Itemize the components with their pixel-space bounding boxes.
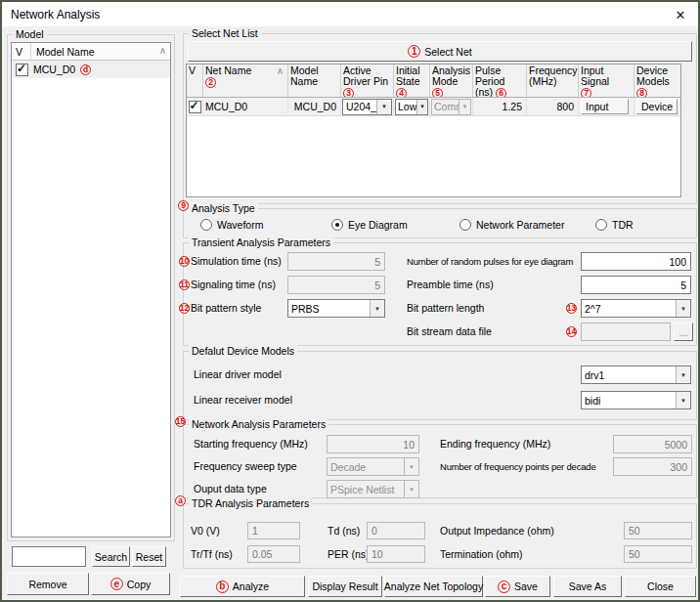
header-net-name[interactable]: Net Name ∧ 2 [203,64,288,97]
starting-frequency-field: 10 [327,435,419,453]
starting-frequency-label: Starting frequency (MHz) [194,439,308,450]
sort-asc-icon[interactable]: ∧ [159,45,166,56]
header-check[interactable]: V [187,64,203,97]
per-field: 10 [367,545,425,563]
input-signal-cell: Input [579,98,634,115]
chevron-down-icon: ▼ [459,100,470,114]
select-net-list-label: Select Net List [189,27,261,39]
model-row-checkbox[interactable]: ✓ [16,64,28,76]
chevron-down-icon: ▼ [676,366,690,383]
device-models-group-label: Defalut Device Models [189,345,297,357]
net-table: V Net Name ∧ 2 Model Name Active Driver … [186,64,681,197]
chevron-down-icon: ▼ [416,100,427,114]
tdr-group-label: TDR Analysis Parameters [189,497,312,509]
net-row-check-cell: ✓ [187,98,203,115]
annotation-a: a [175,495,186,506]
header-pulse-period[interactable]: Pulse Period (ns) 6 [473,64,527,97]
chevron-down-icon: ▼ [676,300,690,317]
search-button[interactable]: Search [92,546,130,567]
search-input[interactable] [12,546,86,567]
check-icon: ✓ [17,62,26,75]
preamble-time-field[interactable]: 5 [581,276,691,294]
reset-button[interactable]: Reset [132,546,166,567]
model-group-label: Model [13,28,47,40]
radio-icon [459,219,471,231]
bit-pattern-style-label: Bit pattern style [191,303,261,314]
per-label: PER (ns) [328,549,370,560]
receiver-model-combo[interactable]: bidi ▼ [581,391,691,409]
initial-state-cell: Low ▼ [394,98,430,115]
v0-label: V0 (V) [191,526,220,537]
save-button[interactable]: c Save [485,576,550,597]
sort-asc-icon[interactable]: ∧ [277,65,284,76]
annotation-8: 8 [636,88,647,97]
bit-stream-file-label: Bit stream data file [407,326,492,337]
points-per-decade-field: 300 [613,457,692,476]
simulation-time-field: 5 [287,252,385,271]
annotation-15: 15 [175,416,186,427]
output-impedance-field: 50 [624,522,692,539]
model-row-label: MCU_D0 [33,64,75,75]
device-models-group: Defalut Device Models [183,351,697,420]
close-icon[interactable]: ✕ [671,5,690,24]
driver-pin-combo[interactable]: U204_A ▼ [342,99,392,115]
td-label: Td (ns) [328,526,360,537]
annotation-d: d [80,64,91,75]
header-active-driver-pin[interactable]: Active Driver Pin 3 [341,64,394,97]
annotation-12: 12 [179,303,190,314]
model-col-name: Model Name [31,46,170,58]
model-list-row[interactable]: ✓ MCU_D0 d [12,61,170,78]
receiver-model-label: Linear receiver model [194,395,292,406]
net-row-checkbox[interactable]: ✓ [189,101,201,113]
points-per-decade-label: Number of frequency points per decade [440,461,595,472]
network-analysis-dialog: Network Analysis ✕ Model V Model Name ∧ … [0,0,700,602]
remove-button[interactable]: Remove [7,573,89,595]
device-models-cell: Device [634,98,681,115]
model-list-header[interactable]: V Model Name ∧ [12,43,170,61]
radio-selected-icon [331,219,343,231]
display-result-button[interactable]: Display Result [308,576,382,597]
annotation-9: 9 [178,200,189,211]
radio-network-parameter[interactable]: Network Parameter [459,219,564,231]
header-analysis-mode[interactable]: Analysis Mode 5 [430,64,473,97]
driver-model-combo[interactable]: drv1 ▼ [581,366,691,384]
annotation-2: 2 [205,77,216,88]
annotation-10: 10 [179,256,190,267]
analyze-button[interactable]: b Analyze [180,576,305,597]
analyze-net-topology-button[interactable]: Analyze Net Topology [384,576,483,597]
device-models-button[interactable]: Device [636,99,678,114]
trtf-field: 0.05 [247,545,300,563]
radio-waveform[interactable]: Waveform [200,219,263,231]
header-frequency[interactable]: Frequency (MHz) [527,64,579,97]
initial-state-combo[interactable]: Low ▼ [395,99,428,115]
net-table-row: ✓ MCU_D0 MCU_D0 U204_A ▼ Low ▼ Common ▼ [187,98,680,116]
copy-button[interactable]: e Copy [91,573,170,595]
check-icon: ✓ [190,99,199,112]
network-params-label: Network Analysis Parameters [189,418,328,430]
select-net-button[interactable]: 1 Select Net [188,41,692,62]
chevron-down-icon: ▼ [370,300,384,317]
radio-tdr[interactable]: TDR [595,219,634,231]
analysis-mode-combo: Common ▼ [431,99,471,115]
bit-pattern-length-combo[interactable]: 2^7 ▼ [581,299,691,318]
header-model-name[interactable]: Model Name [288,64,341,97]
header-initial-state[interactable]: Initial State 4 [394,64,430,97]
bit-pattern-style-combo[interactable]: PRBS ▼ [287,299,385,318]
annotation-4: 4 [396,88,407,97]
annotation-e: e [110,578,123,590]
save-as-button[interactable]: Save As [553,576,622,597]
random-pulses-field[interactable]: 100 [581,252,691,271]
active-driver-pin-cell: U204_A ▼ [341,98,394,115]
radio-eye-diagram[interactable]: Eye Diagram [331,219,408,231]
trtf-label: Tr/Tf (ns) [191,549,233,560]
termination-field: 50 [624,545,692,563]
output-data-type-combo: PSpice Netlist ▼ [327,480,419,498]
signaling-time-field: 5 [287,276,385,294]
header-input-signal[interactable]: Input Signal 7 [579,64,634,97]
browse-button[interactable]: ... [674,322,693,341]
simulation-time-label: Simulation time (ns) [191,256,282,267]
preamble-time-label: Preamble time (ns) [407,280,494,290]
input-signal-button[interactable]: Input [581,99,629,114]
header-device-models[interactable]: Device Models 8 [634,64,681,97]
close-button[interactable]: Close [625,576,696,597]
